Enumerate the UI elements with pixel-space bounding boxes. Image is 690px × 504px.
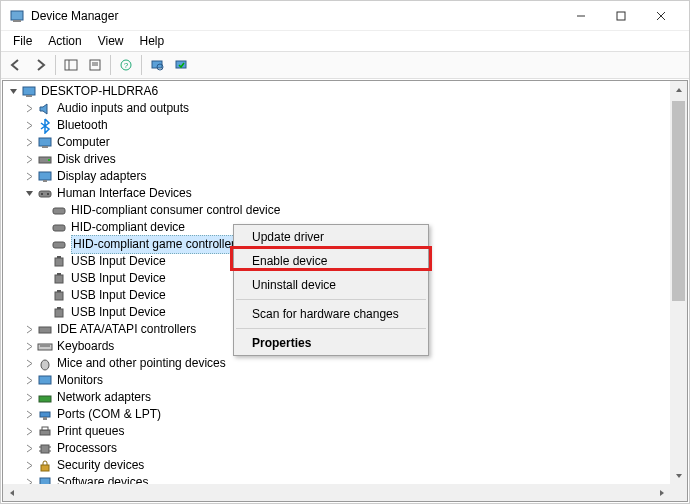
maximize-button[interactable]: [601, 2, 641, 30]
back-button[interactable]: [5, 54, 27, 76]
svg-rect-30: [55, 258, 63, 266]
tree-label: Computer: [57, 134, 110, 151]
chevron-right-icon[interactable]: [23, 409, 35, 421]
tree-root[interactable]: DESKTOP-HLDRRA6: [7, 83, 683, 100]
toolbar: ?: [1, 51, 689, 79]
scan-hardware-button[interactable]: [146, 54, 168, 76]
ctx-properties[interactable]: Properties: [234, 331, 428, 355]
svg-rect-29: [53, 242, 65, 248]
tree-category-mice[interactable]: Mice and other pointing devices: [7, 355, 683, 372]
svg-rect-48: [41, 445, 49, 453]
tree-category-print[interactable]: Print queues: [7, 423, 683, 440]
enable-device-button[interactable]: [170, 54, 192, 76]
tree-label: Human Interface Devices: [57, 185, 192, 202]
minimize-button[interactable]: [561, 2, 601, 30]
tree-label: USB Input Device: [71, 287, 166, 304]
tree-label: Network adapters: [57, 389, 151, 406]
chevron-right-icon[interactable]: [23, 392, 35, 404]
tree-label: Ports (COM & LPT): [57, 406, 161, 423]
computer-icon: [21, 84, 37, 100]
chevron-right-icon[interactable]: [23, 375, 35, 387]
context-menu-separator: [236, 299, 426, 300]
cpu-icon: [37, 441, 53, 457]
menu-action[interactable]: Action: [40, 32, 89, 50]
show-hide-tree-button[interactable]: [60, 54, 82, 76]
svg-point-25: [41, 193, 43, 195]
chevron-down-icon[interactable]: [7, 86, 19, 98]
tree-category-hid[interactable]: Human Interface Devices: [7, 185, 683, 202]
ctx-enable-device[interactable]: Enable device: [234, 249, 428, 273]
ctx-scan-hardware[interactable]: Scan for hardware changes: [234, 302, 428, 326]
toolbar-separator: [110, 55, 111, 75]
hid-icon: [51, 203, 67, 219]
menu-help[interactable]: Help: [132, 32, 173, 50]
tree-label: Processors: [57, 440, 117, 457]
tree-category-disk[interactable]: Disk drives: [7, 151, 683, 168]
tree-device[interactable]: HID-compliant consumer control device: [7, 202, 683, 219]
svg-rect-18: [39, 138, 51, 146]
chevron-right-icon[interactable]: [23, 103, 35, 115]
svg-rect-6: [65, 60, 77, 70]
svg-rect-22: [39, 172, 51, 180]
usb-icon: [51, 305, 67, 321]
scroll-up-icon[interactable]: [670, 81, 687, 98]
ide-icon: [37, 322, 53, 338]
svg-rect-16: [23, 87, 35, 95]
tree-label: Mice and other pointing devices: [57, 355, 226, 372]
svg-rect-46: [40, 430, 50, 435]
chevron-right-icon[interactable]: [23, 358, 35, 370]
tree-category-ports[interactable]: Ports (COM & LPT): [7, 406, 683, 423]
context-menu-separator: [236, 328, 426, 329]
tree-label: Disk drives: [57, 151, 116, 168]
tree-category-bluetooth[interactable]: Bluetooth: [7, 117, 683, 134]
svg-rect-42: [39, 376, 51, 384]
svg-text:?: ?: [124, 61, 129, 70]
tree-category-computer[interactable]: Computer: [7, 134, 683, 151]
chevron-right-icon[interactable]: [23, 171, 35, 183]
tree-category-audio[interactable]: Audio inputs and outputs: [7, 100, 683, 117]
forward-button[interactable]: [29, 54, 51, 76]
hid-icon: [51, 237, 67, 253]
ctx-update-driver[interactable]: Update driver: [234, 225, 428, 249]
svg-rect-1: [13, 20, 21, 22]
tree-category-display[interactable]: Display adapters: [7, 168, 683, 185]
properties-button[interactable]: [84, 54, 106, 76]
svg-rect-33: [57, 273, 61, 275]
chevron-down-icon[interactable]: [23, 188, 35, 200]
close-button[interactable]: [641, 2, 681, 30]
ctx-uninstall-device[interactable]: Uninstall device: [234, 273, 428, 297]
chevron-right-icon[interactable]: [23, 137, 35, 149]
tree-label: IDE ATA/ATAPI controllers: [57, 321, 196, 338]
chevron-right-icon[interactable]: [23, 120, 35, 132]
tree-label: HID-compliant device: [71, 219, 185, 236]
horizontal-scrollbar[interactable]: [3, 484, 670, 501]
hid-icon: [51, 220, 67, 236]
chevron-right-icon[interactable]: [23, 341, 35, 353]
scroll-right-icon[interactable]: [653, 484, 670, 501]
tree-category-network[interactable]: Network adapters: [7, 389, 683, 406]
menu-file[interactable]: File: [5, 32, 40, 50]
menu-bar: File Action View Help: [1, 31, 689, 51]
svg-rect-45: [43, 417, 47, 420]
svg-rect-0: [11, 11, 23, 20]
scroll-left-icon[interactable]: [3, 484, 20, 501]
tree-category-processors[interactable]: Processors: [7, 440, 683, 457]
menu-view[interactable]: View: [90, 32, 132, 50]
vertical-scrollbar[interactable]: [670, 81, 687, 484]
tree-category-monitors[interactable]: Monitors: [7, 372, 683, 389]
svg-rect-47: [42, 427, 48, 430]
display-icon: [37, 169, 53, 185]
svg-rect-53: [41, 465, 49, 471]
chevron-right-icon[interactable]: [23, 426, 35, 438]
svg-rect-31: [57, 256, 61, 258]
usb-icon: [51, 271, 67, 287]
chevron-right-icon[interactable]: [23, 460, 35, 472]
tree-category-security[interactable]: Security devices: [7, 457, 683, 474]
scroll-thumb[interactable]: [672, 101, 685, 301]
tree-label: DESKTOP-HLDRRA6: [41, 83, 158, 100]
scroll-down-icon[interactable]: [670, 467, 687, 484]
chevron-right-icon[interactable]: [23, 324, 35, 336]
help-button[interactable]: ?: [115, 54, 137, 76]
chevron-right-icon[interactable]: [23, 443, 35, 455]
chevron-right-icon[interactable]: [23, 154, 35, 166]
